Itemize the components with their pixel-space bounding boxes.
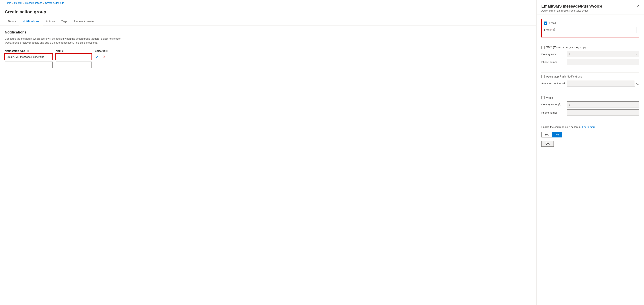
voice-country-code-label: Country code i [541, 103, 565, 106]
divider-4 [541, 123, 639, 123]
chevron-down-icon: ⌄ [635, 53, 638, 56]
azure-email-input [567, 80, 635, 86]
table-header: Notification type i Name i Selected i [5, 49, 532, 52]
tab-notifications[interactable]: Notifications [19, 18, 43, 25]
more-options-button[interactable]: ... [49, 10, 52, 14]
tab-actions[interactable]: Actions [43, 18, 58, 25]
email-checkbox[interactable] [544, 21, 547, 25]
page-header: Create action group ... [0, 6, 536, 14]
toggle-yes-button[interactable]: Yes [541, 132, 552, 137]
sms-phone-label: Phone number [541, 60, 565, 63]
email-section: Email Email * i [541, 19, 639, 37]
section-description: Configure the method in which users will… [5, 37, 128, 45]
col-header-name: Name i [56, 49, 92, 52]
tab-basics[interactable]: Basics [5, 18, 19, 25]
selected-info-icon[interactable]: i [106, 50, 109, 52]
toggle-no-button[interactable]: No [552, 132, 562, 137]
voice-checkbox-row: Voice [541, 96, 639, 99]
table-row: ⌄ [5, 61, 532, 68]
edit-button-1[interactable] [95, 54, 100, 59]
row-actions-1 [95, 54, 106, 59]
schema-row: Enable the common alert schema. Learn mo… [541, 125, 639, 128]
email-input[interactable] [570, 27, 636, 33]
sms-section: SMS (Carrier charges may apply) Country … [541, 46, 639, 67]
sms-phone-input [567, 59, 639, 65]
notification-type-value-1: Email/SMS message/Push/Voice [6, 55, 44, 58]
push-checkbox[interactable] [541, 75, 544, 78]
voice-country-code-input [567, 101, 639, 108]
sms-label: SMS (Carrier charges may apply) [546, 46, 588, 49]
tab-bar: Basics Notifications Actions Tags Review… [0, 18, 536, 25]
right-panel-subtitle: Add or edit an Email/SMS/Push/Voice acti… [541, 9, 602, 12]
voice-country-info-icon[interactable]: i [558, 103, 561, 106]
breadcrumb-manage-actions[interactable]: Manage actions [25, 1, 42, 4]
delete-button-1[interactable] [101, 54, 106, 59]
chevron-down-icon: ⌄ [49, 63, 51, 66]
divider-3 [541, 94, 639, 94]
notification-type-select-2[interactable]: ⌄ [5, 61, 52, 68]
name-input-2[interactable] [56, 61, 92, 68]
sms-checkbox[interactable] [541, 46, 544, 49]
ok-button[interactable]: OK [541, 141, 554, 147]
required-star: * [552, 28, 552, 31]
name-info-icon[interactable]: i [64, 50, 66, 52]
sms-country-code-label: Country code [541, 53, 565, 56]
email-checkbox-row: Email [544, 21, 636, 25]
name-input-1[interactable] [56, 54, 92, 60]
divider-1 [541, 43, 639, 43]
push-label: Azure app Push Notifications [546, 75, 582, 78]
notification-type-info-icon[interactable]: i [26, 50, 29, 52]
toggle-group: Yes No [541, 132, 639, 137]
section-title: Notifications [5, 30, 532, 34]
learn-more-link[interactable]: Learn more [582, 125, 595, 128]
col-header-notification-type: Notification type i [5, 49, 52, 52]
right-panel-title: Email/SMS message/Push/Voice [541, 4, 602, 8]
voice-section: Voice Country code i Phone number [541, 96, 639, 117]
azure-email-label: Azure account email [541, 82, 565, 85]
page-title: Create action group [5, 9, 46, 14]
email-field-info-icon[interactable]: i [553, 28, 556, 31]
schema-label: Enable the common alert schema. [541, 125, 580, 128]
close-button[interactable]: × [637, 4, 639, 7]
push-checkbox-row: Azure app Push Notifications [541, 75, 639, 78]
email-label: Email [549, 21, 556, 25]
email-field-label: Email * i [544, 28, 568, 31]
voice-phone-input [567, 109, 639, 116]
sms-country-code-select: 1 ⌄ [567, 51, 639, 57]
voice-checkbox[interactable] [541, 96, 544, 99]
push-info-icon[interactable]: i [636, 82, 639, 85]
col-header-selected: Selected i [95, 49, 119, 52]
content-area: Notifications Configure the method in wh… [0, 25, 536, 305]
push-section: Azure app Push Notifications Azure accou… [541, 75, 639, 88]
right-panel-content: Email Email * i SMS (Carrier charges may… [536, 15, 644, 151]
breadcrumb-create-action-rule[interactable]: Create action rule [45, 1, 64, 4]
voice-label: Voice [546, 96, 553, 99]
chevron-down-icon: ⌄ [49, 55, 51, 58]
tab-tags[interactable]: Tags [58, 18, 70, 25]
right-panel: Email/SMS message/Push/Voice Add or edit… [536, 0, 644, 305]
table-row: Email/SMS message/Push/Voice ⌄ [5, 54, 532, 60]
voice-phone-label: Phone number [541, 111, 565, 114]
sms-checkbox-row: SMS (Carrier charges may apply) [541, 46, 639, 49]
breadcrumb-monitor[interactable]: Monitor [14, 1, 22, 4]
divider-2 [541, 72, 639, 72]
breadcrumb: Home › Monitor › Manage actions › Create… [0, 0, 536, 6]
breadcrumb-home[interactable]: Home [5, 1, 11, 4]
notification-type-select-1[interactable]: Email/SMS message/Push/Voice ⌄ [5, 54, 52, 60]
right-panel-header: Email/SMS message/Push/Voice Add or edit… [536, 0, 644, 15]
tab-review-create[interactable]: Review + create [70, 18, 97, 25]
